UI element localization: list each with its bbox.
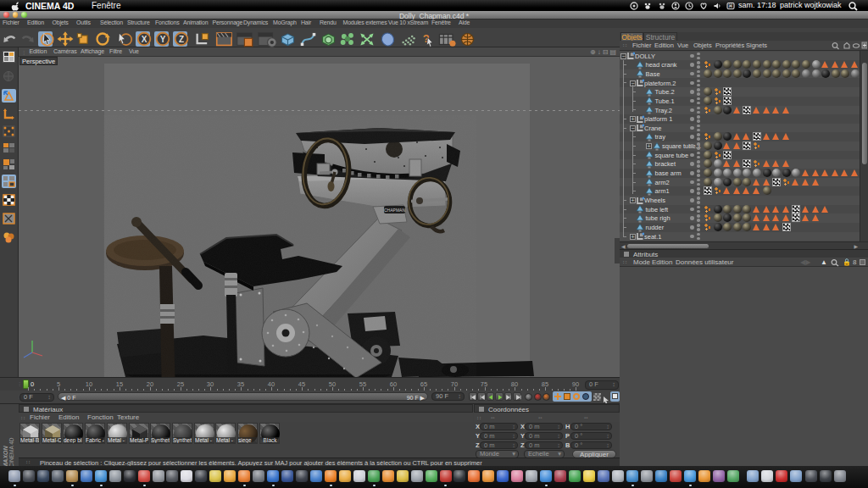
svg-text:X: X — [142, 34, 147, 43]
svg-text:⌘: ⌘ — [728, 3, 733, 8]
svg-text:Z: Z — [179, 34, 184, 43]
svg-text:Y: Y — [160, 34, 166, 43]
